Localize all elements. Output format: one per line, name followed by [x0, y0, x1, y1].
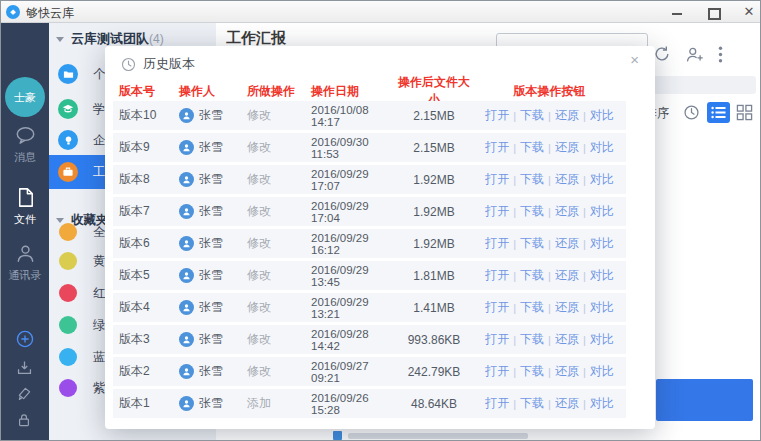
history-clock-icon — [121, 57, 136, 72]
action-download-link[interactable]: 下载 — [520, 363, 544, 380]
action-open-link[interactable]: 打开 — [485, 267, 509, 284]
action-download-link[interactable]: 下载 — [520, 107, 544, 124]
folder-icon — [58, 64, 78, 84]
action-separator: | — [583, 334, 586, 346]
operator-avatar — [179, 108, 194, 123]
action-compare-link[interactable]: 对比 — [590, 235, 614, 252]
action-restore-link[interactable]: 还原 — [555, 395, 579, 412]
action-open-link[interactable]: 打开 — [485, 203, 509, 220]
file-icon — [14, 186, 37, 209]
actions-cell: 打开|下载|还原|对比 — [473, 171, 626, 188]
action-compare-link[interactable]: 对比 — [590, 299, 614, 316]
action-restore-link[interactable]: 还原 — [555, 299, 579, 316]
theme-icon[interactable] — [16, 385, 33, 406]
version-cell: 版本4 — [113, 299, 175, 316]
action-restore-link[interactable]: 还原 — [555, 331, 579, 348]
actions-cell: 打开|下载|还原|对比 — [473, 299, 626, 316]
date-cell: 2016/09/28 14:42 — [303, 328, 395, 352]
size-cell: 2.15MB — [395, 141, 473, 155]
action-separator: | — [548, 110, 551, 122]
action-restore-link[interactable]: 还原 — [555, 235, 579, 252]
date-cell: 2016/09/29 13:45 — [303, 264, 395, 288]
action-restore-link[interactable]: 还原 — [555, 171, 579, 188]
action-separator: | — [548, 238, 551, 250]
action-compare-link[interactable]: 对比 — [590, 395, 614, 412]
add-user-icon[interactable] — [685, 45, 704, 63]
sidebar-item-messages[interactable]: 消息 — [1, 124, 49, 165]
action-download-link[interactable]: 下载 — [520, 331, 544, 348]
action-restore-link[interactable]: 还原 — [555, 203, 579, 220]
operator-avatar — [179, 364, 194, 379]
app-logo-icon: ◆ — [6, 5, 20, 19]
action-compare-link[interactable]: 对比 — [590, 267, 614, 284]
action-restore-link[interactable]: 还原 — [555, 139, 579, 156]
action-open-link[interactable]: 打开 — [485, 235, 509, 252]
grid-view-icon[interactable] — [736, 104, 753, 125]
action-download-link[interactable]: 下载 — [520, 395, 544, 412]
sidebar-item-contacts[interactable]: 通讯录 — [1, 242, 49, 283]
action-open-link[interactable]: 打开 — [485, 171, 509, 188]
download-tray-icon[interactable] — [16, 359, 33, 380]
action-download-link[interactable]: 下载 — [520, 267, 544, 284]
action-compare-link[interactable]: 对比 — [590, 139, 614, 156]
operation-cell: 修改 — [245, 139, 303, 156]
actions-cell: 打开|下载|还原|对比 — [473, 235, 626, 252]
action-download-link[interactable]: 下载 — [520, 139, 544, 156]
sidebar-item-files[interactable]: 文件 — [1, 186, 49, 227]
primary-action-button[interactable] — [656, 379, 753, 421]
maximize-button[interactable] — [706, 5, 720, 19]
action-compare-link[interactable]: 对比 — [590, 171, 614, 188]
actions-cell: 打开|下载|还原|对比 — [473, 139, 626, 156]
action-separator: | — [548, 366, 551, 378]
action-open-link[interactable]: 打开 — [485, 395, 509, 412]
minimize-button[interactable] — [670, 5, 684, 19]
operation-cell: 修改 — [245, 235, 303, 252]
refresh-icon[interactable] — [653, 45, 671, 63]
date-cell: 2016/10/08 14:17 — [303, 104, 395, 128]
action-open-link[interactable]: 打开 — [485, 107, 509, 124]
action-restore-link[interactable]: 还原 — [555, 267, 579, 284]
action-download-link[interactable]: 下载 — [520, 203, 544, 220]
version-cell: 版本6 — [113, 235, 175, 252]
table-row: 版本2张雪修改2016/09/27 09:21242.79KB打开|下载|还原|… — [113, 357, 626, 386]
action-open-link[interactable]: 打开 — [485, 363, 509, 380]
action-open-link[interactable]: 打开 — [485, 139, 509, 156]
operation-cell: 修改 — [245, 203, 303, 220]
graduation-icon — [58, 99, 78, 119]
chevron-down-icon — [56, 37, 64, 42]
list-view-icon[interactable] — [707, 102, 730, 123]
action-compare-link[interactable]: 对比 — [590, 331, 614, 348]
operator-avatar — [179, 300, 194, 315]
table-row: 版本8张雪修改2016/09/29 17:071.92MB打开|下载|还原|对比 — [113, 165, 626, 194]
operation-cell: 修改 — [245, 171, 303, 188]
operation-cell: 修改 — [245, 363, 303, 380]
version-cell: 版本10 — [113, 107, 175, 124]
action-open-link[interactable]: 打开 — [485, 299, 509, 316]
col-date: 操作日期 — [303, 83, 395, 100]
close-window-button[interactable]: ✕ — [742, 5, 756, 19]
action-compare-link[interactable]: 对比 — [590, 107, 614, 124]
operator-avatar — [179, 332, 194, 347]
action-open-link[interactable]: 打开 — [485, 331, 509, 348]
action-restore-link[interactable]: 还原 — [555, 107, 579, 124]
plus-circle-icon[interactable] — [16, 330, 34, 352]
action-compare-link[interactable]: 对比 — [590, 363, 614, 380]
clipped-file-icon — [333, 431, 342, 440]
lock-icon[interactable] — [16, 412, 32, 432]
action-restore-link[interactable]: 还原 — [555, 363, 579, 380]
action-compare-link[interactable]: 对比 — [590, 203, 614, 220]
action-separator: | — [513, 334, 516, 346]
size-cell: 48.64KB — [395, 397, 473, 411]
app-title: 够快云库 — [26, 5, 74, 22]
clock-sort-icon[interactable] — [683, 104, 700, 125]
operator-cell: 张雪 — [175, 107, 245, 124]
action-download-link[interactable]: 下载 — [520, 171, 544, 188]
action-download-link[interactable]: 下载 — [520, 235, 544, 252]
close-icon[interactable]: × — [630, 51, 639, 68]
more-icon[interactable] — [718, 46, 723, 63]
avatar[interactable]: 士豪 — [5, 77, 45, 117]
action-download-link[interactable]: 下载 — [520, 299, 544, 316]
date-cell: 2016/09/29 17:07 — [303, 168, 395, 192]
table-row: 版本6张雪修改2016/09/29 16:121.92MB打开|下载|还原|对比 — [113, 229, 626, 258]
operator-avatar — [179, 172, 194, 187]
